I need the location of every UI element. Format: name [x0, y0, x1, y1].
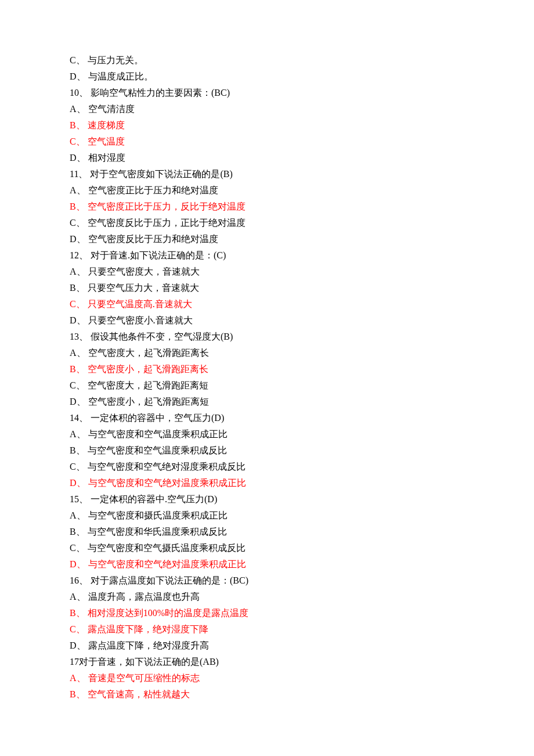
text-line: B、 空气密度正比于压力，反比于绝对温度	[70, 199, 464, 215]
text-line: D、 与温度成正比。	[70, 69, 464, 85]
text-line: D、 与空气密度和空气绝对温度乘积成正比	[70, 556, 464, 573]
text-line: C、 露点温度下降，绝对湿度下降	[70, 621, 464, 638]
text-line: 14、 一定体积的容器中，空气压力(D)	[70, 410, 464, 426]
text-line: B、 空气音速高，粘性就越大	[70, 686, 464, 703]
text-line: B、 相对湿度达到100%时的温度是露点温度	[70, 605, 464, 621]
text-line: C、 与空气密度和空气绝对湿度乘积成反比	[70, 459, 464, 475]
text-line: D、 相对湿度	[70, 150, 464, 166]
text-line: A、 空气清洁度	[70, 101, 464, 117]
text-line: 12、 对于音速.如下说法正确的是：(C)	[70, 247, 464, 264]
text-line: C、 空气密度大，起飞滑跑距离短	[70, 377, 464, 394]
text-line: C、 空气密度反比于压力，正比于绝对温度	[70, 215, 464, 231]
text-line: 15、 一定体积的容器中.空气压力(D)	[70, 491, 464, 507]
document-page: C、 与压力无关。D、 与温度成正比。10、 影响空气粘性力的主要因素：(BC)…	[0, 0, 534, 756]
text-line: D、 空气密度反比于压力和绝对温度	[70, 231, 464, 247]
text-line: 11、 对于空气密度如下说法正确的是(B)	[70, 166, 464, 182]
text-line: A、 温度升高，露点温度也升高	[70, 589, 464, 605]
text-line: B、 与空气密度和空气温度乘积成反比	[70, 442, 464, 459]
text-line: A、 只要空气密度大，音速就大	[70, 264, 464, 280]
text-line: C、 只要空气温度高.音速就大	[70, 296, 464, 312]
text-line: A、 与空气密度和空气温度乘积成正比	[70, 426, 464, 442]
text-line: A、 与空气密度和摄氏温度乘积成正比	[70, 507, 464, 524]
text-line: D、 与空气密度和空气绝对温度乘积成正比	[70, 475, 464, 491]
text-line: B、 与空气密度和华氏温度乘积成反比	[70, 524, 464, 540]
text-line: D、 露点温度下降，绝对湿度升高	[70, 638, 464, 654]
text-line: A、 音速是空气可压缩性的标志	[70, 670, 464, 686]
text-line: 17对于音速，如下说法正确的是(AB)	[70, 654, 464, 670]
text-line: A、 空气密度大，起飞滑跑距离长	[70, 345, 464, 361]
text-line: A、 空气密度正比于压力和绝对温度	[70, 182, 464, 199]
text-line: B、 空气密度小，起飞滑跑距离长	[70, 361, 464, 377]
text-line: 16、 对于露点温度如下说法正确的是：(BC)	[70, 573, 464, 589]
text-line: 10、 影响空气粘性力的主要因素：(BC)	[70, 85, 464, 101]
text-line: B、 速度梯度	[70, 117, 464, 134]
text-line: D、 空气密度小，起飞滑跑距离短	[70, 394, 464, 410]
text-line: C、 与压力无关。	[70, 52, 464, 69]
text-line: D、 只要空气密度小.音速就大	[70, 312, 464, 329]
text-line: 13、 假设其他条件不变，空气湿度大(B)	[70, 329, 464, 345]
text-line: B、 只要空气压力大，音速就大	[70, 280, 464, 296]
text-line: C、 与空气密度和空气摄氏温度乘积成反比	[70, 540, 464, 556]
text-line: C、 空气温度	[70, 134, 464, 150]
